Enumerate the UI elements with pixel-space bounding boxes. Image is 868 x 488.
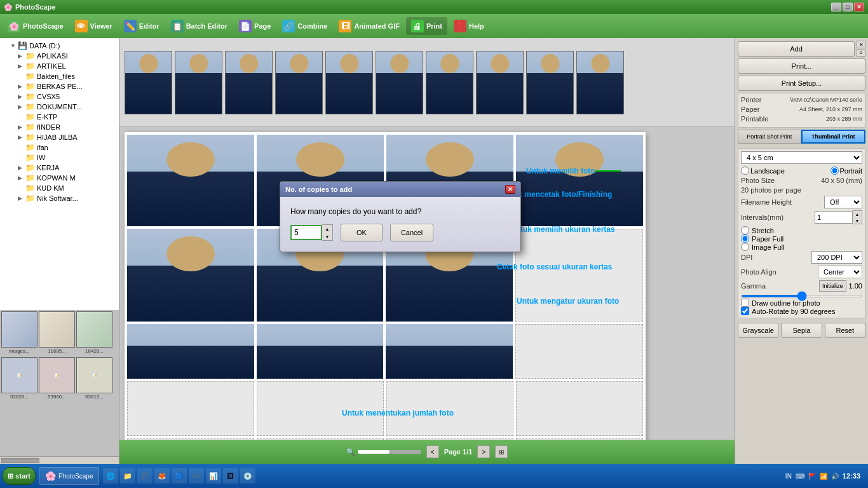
thumb-photo-7[interactable]: [426, 51, 473, 114]
tree-folder-ifan[interactable]: 📁 ifan: [0, 142, 119, 152]
prev-page-btn[interactable]: <: [426, 445, 439, 458]
menu-page[interactable]: 📄 Page: [234, 17, 276, 35]
media-icon[interactable]: 🎵: [137, 468, 153, 484]
tree-folder-aplikasi[interactable]: ▶ 📁 APLIKASI: [0, 51, 119, 61]
tree-toggle[interactable]: ▶: [18, 165, 25, 171]
tree-folder-dokument[interactable]: ▶ 📁 DOKUMENT...: [0, 102, 119, 112]
grid-view-btn[interactable]: ⊞: [495, 445, 508, 458]
thumb-photo-2[interactable]: [175, 51, 222, 114]
size-select[interactable]: 4 x 5 cm: [741, 151, 862, 164]
dpi-select[interactable]: 200 DPI: [811, 251, 862, 264]
tree-toggle[interactable]: ▶: [18, 104, 25, 110]
tree-folder-finder[interactable]: ▶ 📁 fINDER: [0, 122, 119, 132]
draw-outline-checkbox[interactable]: [741, 299, 749, 307]
add-up-btn[interactable]: ✕: [857, 41, 865, 48]
add-btn[interactable]: Add: [738, 41, 855, 57]
thumb-photo-1[interactable]: [125, 51, 172, 114]
dialog-copies[interactable]: No. of copies to add ✕ How many copies d…: [280, 181, 521, 252]
excel-icon[interactable]: 📊: [206, 468, 221, 484]
copies-up[interactable]: ▲: [322, 225, 332, 233]
menu-batch-editor[interactable]: 📋 Batch Editor: [166, 17, 233, 35]
thumb-photo-9[interactable]: [526, 51, 574, 114]
tree-folder-cvsx5[interactable]: ▶ 📁 CVSX5: [0, 92, 119, 102]
menu-viewer[interactable]: 👁 Viewer: [70, 17, 118, 35]
tree-folder-kerja[interactable]: ▶ 📁 KERJA: [0, 163, 119, 173]
winamp-icon[interactable]: 🎶: [189, 468, 204, 484]
portrait-shot-tab[interactable]: Portrait Shot Print: [738, 130, 801, 144]
tree-toggle[interactable]: ▶: [18, 83, 25, 90]
tree-folder-iw[interactable]: 📁 IW: [0, 152, 119, 163]
mini-thumb-6[interactable]: 📝 53813...: [76, 357, 112, 400]
thumb-photo-4[interactable]: [275, 51, 323, 114]
gamma-initialize-btn[interactable]: Initialize: [819, 280, 846, 292]
auto-rotate-checkbox[interactable]: [741, 307, 749, 315]
tree-toggle[interactable]: ▶: [18, 175, 25, 181]
tree-folder-bakteri[interactable]: 📁 Bakteri_files: [0, 71, 119, 81]
tree-folder-berkas[interactable]: ▶ 📁 BERKAS PE...: [0, 81, 119, 92]
tree-folder-artikel[interactable]: ▶ 📁 ARTIKEL: [0, 61, 119, 71]
thumb-photo-3[interactable]: [225, 51, 273, 114]
grayscale-btn[interactable]: Grayscale: [738, 323, 778, 338]
mini-thumb-1[interactable]: images...: [1, 311, 37, 355]
thumb-photo-6[interactable]: [376, 51, 423, 114]
dialog-ok-btn[interactable]: OK: [341, 224, 383, 241]
drive-quick-icon[interactable]: 💿: [240, 468, 255, 484]
copies-input[interactable]: [290, 225, 322, 240]
paper-full-radio[interactable]: [741, 234, 749, 243]
file-tree[interactable]: ▼ 💾 DATA (D:) ▶ 📁 APLIKASI ▶ 📁 ARTIKEL 📁: [0, 38, 119, 310]
intervals-input[interactable]: [815, 211, 853, 224]
intervals-down[interactable]: ▼: [853, 217, 862, 224]
tree-toggle[interactable]: ▶: [18, 124, 25, 130]
menu-print[interactable]: 🖨 Print: [406, 17, 447, 35]
thumb-photo-10[interactable]: [576, 51, 624, 114]
tree-folder-ektp[interactable]: 📁 E-KTP: [0, 112, 119, 122]
close-btn[interactable]: ✕: [854, 3, 864, 11]
tree-toggle[interactable]: ▶: [18, 63, 25, 69]
dialog-close-btn[interactable]: ✕: [505, 185, 515, 194]
tree-toggle-aplikasi[interactable]: ▶: [18, 53, 25, 59]
next-page-btn[interactable]: >: [477, 445, 490, 458]
print-setup-btn[interactable]: Print Setup...: [738, 76, 865, 91]
filename-height-select[interactable]: Off: [824, 196, 862, 208]
copies-down[interactable]: ▼: [322, 233, 332, 240]
folder-quick-icon[interactable]: 📁: [120, 468, 135, 484]
tree-root[interactable]: ▼ 💾 DATA (D:): [0, 41, 119, 51]
dialog-cancel-btn[interactable]: Cancel: [390, 224, 433, 241]
landscape-radio[interactable]: [741, 166, 749, 175]
tree-toggle[interactable]: ▶: [18, 134, 25, 140]
mini-thumb-4[interactable]: 📝 52826...: [1, 357, 37, 400]
chrome-icon[interactable]: 🔵: [172, 468, 187, 484]
start-button[interactable]: ⊞ start: [3, 467, 36, 485]
image-full-radio[interactable]: [741, 243, 749, 251]
sepia-btn[interactable]: Sepia: [781, 323, 822, 338]
add-scroll-btn[interactable]: ≡: [857, 49, 865, 57]
print-btn[interactable]: Print...: [738, 58, 865, 74]
sidebar-scrollbar[interactable]: [0, 456, 119, 464]
gamma-slider[interactable]: [741, 295, 862, 297]
thumb-photo-5[interactable]: [325, 51, 373, 114]
menu-editor[interactable]: ✏️ Editor: [119, 17, 165, 35]
tree-toggle[interactable]: ▶: [18, 93, 25, 100]
maximize-btn[interactable]: □: [843, 3, 853, 11]
minimize-btn[interactable]: _: [831, 3, 841, 11]
thumb-photo-8[interactable]: [476, 51, 524, 114]
tree-folder-hijab[interactable]: ▶ 📁 HIJAB JILBA: [0, 132, 119, 142]
tree-folder-nik[interactable]: ▶ 📁 Nik Softwar...: [0, 193, 119, 203]
mini-thumb-3[interactable]: 16429...: [76, 311, 112, 355]
firefox-icon[interactable]: 🦊: [154, 468, 170, 484]
photo-align-select[interactable]: Center: [818, 266, 862, 278]
thumbnail-print-tab[interactable]: Thumbnail Print: [801, 130, 866, 144]
tree-toggle[interactable]: ▼: [10, 43, 18, 49]
tree-toggle[interactable]: ▶: [18, 195, 25, 201]
mini-thumb-5[interactable]: 📝 53960...: [39, 357, 75, 400]
ie-icon[interactable]: 🌐: [103, 468, 118, 484]
menu-animated-gif[interactable]: 🎞 Animated GIF: [334, 17, 405, 35]
menu-help[interactable]: ❓ Help: [449, 17, 489, 35]
menu-combine[interactable]: 🔗 Combine: [277, 17, 332, 35]
tree-folder-kopwan[interactable]: ▶ 📁 KOPWAN M: [0, 173, 119, 183]
intervals-up[interactable]: ▲: [853, 211, 862, 217]
scrollbar-thumb[interactable]: [1, 458, 39, 463]
menu-photoscape[interactable]: 🌸 PhotoScape: [3, 17, 69, 35]
stretch-radio[interactable]: [741, 226, 749, 234]
mini-thumb-2[interactable]: 11685...: [39, 311, 75, 355]
